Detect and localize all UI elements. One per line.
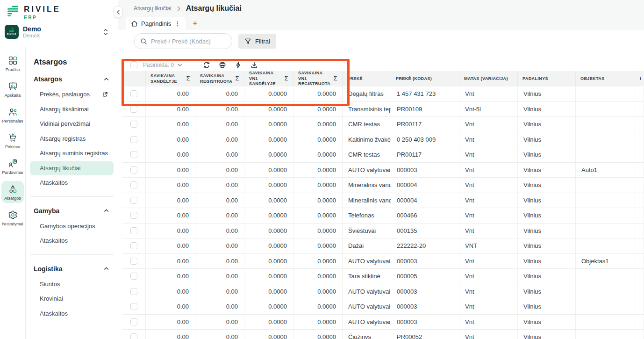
- breadcrumb-parent-link[interactable]: Atsargų likučiai: [134, 5, 172, 12]
- table-row[interactable]: 0.000.000.00000.0000AUTO valytuvai000003…: [122, 284, 644, 300]
- sigma-sum-icon[interactable]: Σ: [285, 75, 288, 83]
- table-row[interactable]: 0.000.000.00000.0000AUTO valytuvai000003…: [122, 163, 644, 178]
- cell-txt: Vnt: [459, 193, 518, 208]
- table-row[interactable]: 0.000.000.00000.0000AUTO valytuvai000003…: [122, 315, 644, 330]
- table-row[interactable]: 0.000.000.00000.0000AUTO valytuvai000003…: [122, 254, 644, 269]
- row-checkbox[interactable]: [130, 258, 137, 265]
- cell-txt: Šviestuvai: [343, 224, 391, 238]
- sidebar-item-siuntos[interactable]: Siuntos: [30, 277, 114, 292]
- cell-value: Vilnius: [523, 303, 541, 310]
- sigma-sum-icon[interactable]: Σ: [236, 75, 239, 83]
- table-row[interactable]: 0.000.000.00000.0000Šviestuvai000135VntV…: [122, 224, 644, 239]
- row-checkbox[interactable]: [130, 136, 137, 143]
- cell-num: 0.0000: [293, 224, 343, 238]
- rail-item-pirkimai[interactable]: Pirkimai: [1, 130, 24, 151]
- rail-item-apskaita[interactable]: Apskaita: [1, 78, 24, 100]
- table-row[interactable]: 0.000.000.00000.0000CMR testasPR00117Vnt…: [122, 117, 644, 132]
- row-checkbox[interactable]: [130, 318, 137, 325]
- workspace-updown-icon[interactable]: [103, 29, 108, 36]
- table-row[interactable]: 0.000.000.00000.0000CMR testasPR00117Vnt…: [122, 147, 644, 163]
- row-checkbox[interactable]: [130, 333, 137, 339]
- table-row[interactable]: 0.000.000.00000.0000Kaitinimo žvakė0 250…: [122, 132, 644, 148]
- row-checkbox[interactable]: [130, 197, 137, 204]
- row-checkbox[interactable]: [130, 227, 137, 234]
- column-header-i[interactable]: I: [635, 71, 644, 87]
- table-row[interactable]: 0.000.000.00000.0000AUTO valytuvai000003…: [122, 299, 644, 315]
- column-header-savikaina-vn1-registruota[interactable]: Savikaina VN1 registruotaΣ: [293, 71, 343, 87]
- row-checkbox[interactable]: [130, 242, 137, 249]
- sidebar-item-ataskaitos[interactable]: Ataskaitos: [30, 306, 114, 321]
- external-link-icon[interactable]: [102, 91, 108, 97]
- row-checkbox[interactable]: [130, 106, 137, 113]
- menu-section-atsargos[interactable]: Atsargos: [26, 71, 118, 87]
- rail-item-pradžia[interactable]: Pradžia: [1, 52, 24, 74]
- column-header-savikaina-registruota[interactable]: Savikaina registruotaΣ: [195, 71, 244, 87]
- cell-value: 000003: [397, 318, 417, 325]
- menu-section-logistika[interactable]: Logistika: [26, 261, 118, 277]
- table-row[interactable]: 0.000.000.00000.0000Dažai222222-20VNTVil…: [122, 238, 644, 254]
- sidebar-item-kroviniai[interactable]: Kroviniai: [30, 291, 114, 306]
- tab-pagrindinis[interactable]: Pagrindinis ⋮: [126, 17, 186, 30]
- sidebar-collapse-button[interactable]: [114, 6, 122, 18]
- add-tab-button[interactable]: +: [186, 17, 204, 30]
- sidebar-item-atsargų-tikslinimai[interactable]: Atsargų tikslinimai: [30, 102, 114, 117]
- sidebar-item-gamybos-operacijos[interactable]: Gamybos operacijos: [30, 219, 114, 234]
- row-checkbox[interactable]: [130, 288, 137, 295]
- flash-button[interactable]: [230, 59, 246, 71]
- table-row[interactable]: 0.000.000.00000.0000ČiužinysPR00052VntVi…: [122, 330, 644, 339]
- column-header-label: Savikaina VN1 sandėlyje: [249, 71, 282, 87]
- column-header-padalinys[interactable]: Padalinys: [518, 71, 576, 87]
- sidebar-item-ataskaitos[interactable]: Ataskaitos: [30, 175, 114, 190]
- selection-dropdown-icon[interactable]: [177, 63, 182, 67]
- cell-value: 0.00: [177, 166, 189, 173]
- workspace-selector[interactable]: RIVILE Demo DemoX: [5, 25, 112, 39]
- chevron-up-icon: [104, 208, 109, 213]
- row-checkbox[interactable]: [130, 166, 137, 173]
- rail-item-pardavimai[interactable]: Pardavimai: [1, 155, 24, 177]
- row-checkbox[interactable]: [130, 121, 137, 128]
- menu-section-gamyba[interactable]: Gamyba: [26, 203, 118, 219]
- column-header-matas-variacija-[interactable]: Matas (Variacija): [459, 71, 518, 87]
- row-checkbox[interactable]: [130, 181, 137, 188]
- sigma-sum-icon[interactable]: Σ: [334, 75, 337, 83]
- table-row[interactable]: 0.000.000.00000.0000Mineralinis vand0000…: [122, 178, 644, 193]
- sidebar-item-atsargų-likučiai[interactable]: Atsargų likučiai: [30, 161, 114, 176]
- refresh-button[interactable]: [199, 59, 215, 71]
- menu-section-label: Atsargos: [34, 75, 62, 83]
- search-input[interactable]: [151, 38, 226, 45]
- row-checkbox[interactable]: [130, 90, 137, 97]
- sigma-sum-icon[interactable]: Σ: [186, 75, 190, 83]
- download-button[interactable]: [246, 59, 262, 71]
- table-row[interactable]: 0.000.000.00000.0000Tara stiklinė000005V…: [122, 269, 644, 284]
- filters-button[interactable]: Filtrai: [238, 34, 276, 49]
- table-row[interactable]: 0.000.000.00000.0000Telefonas000466VntVi…: [122, 208, 644, 224]
- rail-item-atsargos[interactable]: Atsargos: [1, 181, 24, 203]
- sidebar-item-prekės-paslaugos[interactable]: Prekės, paslaugos: [30, 87, 114, 102]
- print-button[interactable]: [215, 59, 230, 71]
- rail-item-nustatymai[interactable]: Nustatymai: [1, 207, 24, 229]
- sidebar-item-vidiniai-pervežimai[interactable]: Vidiniai pervežimai: [30, 116, 114, 131]
- cell-value: 0.0000: [317, 318, 336, 325]
- column-header-savikaina-vn1-sand-lyje[interactable]: Savikaina VN1 sandėlyjeΣ: [244, 71, 293, 87]
- column-header-objektas[interactable]: Objektas: [576, 71, 635, 87]
- row-checkbox[interactable]: [130, 273, 137, 280]
- column-header-savikaina-sand-lyje[interactable]: Savikaina sandėlyjeΣ: [146, 71, 195, 87]
- table-row[interactable]: 0.000.000.00000.0000Transmisinis tepPR00…: [122, 102, 644, 117]
- search-input-wrap[interactable]: [134, 33, 232, 49]
- row-checkbox[interactable]: [130, 212, 137, 219]
- column-header-prek-kodas-[interactable]: Prekė (Kodas): [391, 71, 459, 87]
- row-checkbox[interactable]: [130, 151, 137, 158]
- column-header-prek-[interactable]: Prekė: [343, 71, 391, 87]
- tab-options-icon[interactable]: ⋮: [174, 20, 180, 27]
- sidebar-item-atsargų-registras[interactable]: Atsargų registras: [30, 131, 114, 146]
- sidebar-item-atsargų-suminis-registras[interactable]: Atsargų suminis registras: [30, 146, 114, 161]
- cell-value: 0.00: [177, 227, 189, 234]
- rail-item-personalas[interactable]: Personalas: [1, 104, 24, 126]
- table-row[interactable]: 0.000.000.00000.0000Mineralinis vand0000…: [122, 193, 644, 209]
- table-row[interactable]: 0.000.000.00000.0000Degalų filtras1 457 …: [122, 87, 644, 102]
- select-all-checkbox[interactable]: [130, 61, 137, 68]
- sidebar-item-ataskaitos[interactable]: Ataskaitos: [30, 233, 114, 248]
- cell-partial: [635, 132, 644, 147]
- row-checkbox[interactable]: [130, 303, 137, 310]
- cell-value: 000003: [397, 258, 417, 265]
